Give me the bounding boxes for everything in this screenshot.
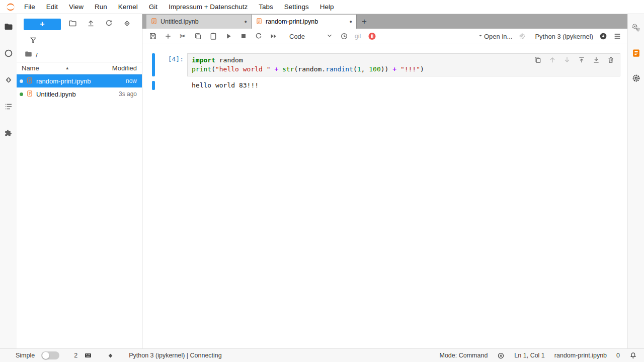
git-sidebar-icon[interactable] [4,75,14,85]
refresh-icon[interactable] [105,19,113,29]
jupyter-logo-icon [5,2,16,13]
git-status-icon[interactable] [107,352,114,359]
menu-file[interactable]: File [19,0,41,14]
extension-manager-icon[interactable] [4,128,14,138]
restart-run-all-icon[interactable] [269,32,278,41]
file-list-header: Name ▲ Modified [17,62,142,74]
unsaved-changes-icon[interactable]: ● [245,19,247,24]
move-cell-up-icon[interactable] [548,56,556,64]
paste-cells-icon[interactable] [209,32,217,41]
run-cell-icon[interactable] [224,32,232,41]
tab-random-print-notebook[interactable]: random-print.ipynb ● [252,15,357,29]
column-name-header[interactable]: Name [22,64,39,72]
insert-cell-above-icon[interactable] [578,56,586,64]
main-dock-panel: Untitled.ipynb ● random-print.ipynb ● + [142,14,627,348]
sort-ascending-icon[interactable]: ▲ [65,66,69,70]
breadcrumb-root[interactable]: / [36,51,38,59]
property-inspector-icon[interactable] [631,23,641,33]
unsaved-changes-icon[interactable]: ● [350,19,352,24]
menu-settings[interactable]: Settings [279,0,314,14]
git-status-label: git [355,33,361,40]
notebook-content: [4]: import random print("hello world " … [142,44,627,348]
restart-kernel-icon[interactable] [254,32,263,41]
move-cell-down-icon[interactable] [563,56,571,64]
menu-run[interactable]: Run [89,0,113,14]
open-in-label: Open in... [484,33,512,40]
insert-cell-below-icon[interactable] [592,56,600,64]
notebook-file-icon [26,77,33,85]
terminal-count[interactable]: 2 [74,352,77,359]
kernel-name-button[interactable]: Python 3 (ipykernel) [535,33,593,40]
menu-view[interactable]: View [63,0,89,14]
notebook-file-icon [26,90,33,99]
copy-cells-icon[interactable] [194,32,202,41]
menu-tabs[interactable]: Tabs [253,0,279,14]
file-row[interactable]: Untitled.ipynb 3s ago [17,87,142,101]
left-activity-bar [0,14,17,348]
kernel-activity-icon[interactable] [497,352,505,359]
file-browser-icon[interactable] [4,22,14,32]
table-of-contents-icon[interactable] [4,102,14,112]
column-modified-header[interactable]: Modified [101,64,137,72]
file-browser-panel: + [17,14,142,348]
duplicate-cell-icon[interactable] [534,56,542,64]
kernel-status-text[interactable]: Python 3 (ipykernel) | Connecting [129,352,222,359]
cursor-position[interactable]: Ln 1, Col 1 [514,352,544,359]
file-browser-toolbar: + [17,14,142,34]
kernel-status-icon[interactable] [599,32,607,41]
running-sessions-icon[interactable] [4,48,14,58]
tab-label: random-print.ipynb [266,18,347,25]
upload-icon[interactable] [87,19,95,29]
status-bar: Simple 2 Python 3 (ipykernel) | Connecti… [0,348,644,362]
cell-output-area: hello world 83!!! [152,81,620,90]
settings-gear-icon[interactable] [518,32,526,41]
active-file-name: random-print.ipynb [554,352,607,359]
new-tab-button[interactable]: + [357,15,372,29]
breadcrumb: / [17,48,142,62]
menu-edit[interactable]: Edit [41,0,63,14]
notebook-tools-icon[interactable] [631,48,641,58]
file-browser-actions [64,19,136,29]
notification-count[interactable]: 0 [616,352,620,359]
toggle-knob [42,352,49,359]
insert-cell-icon[interactable] [164,32,172,41]
notebook-tab-icon [256,18,263,26]
new-launcher-button[interactable]: + [24,19,61,30]
new-folder-icon[interactable] [68,19,77,29]
jupyterlab-app: File Edit View Run Kernel Git Impressum … [0,0,644,362]
filter-icon[interactable] [29,36,37,46]
cell-type-dropdown[interactable]: Code [289,32,333,41]
open-in-dropdown[interactable]: Open in... [477,33,512,40]
history-icon[interactable] [340,32,348,41]
delete-cell-icon[interactable] [607,56,615,64]
home-folder-icon[interactable] [25,50,32,59]
cut-cells-icon[interactable]: ✂ [179,32,187,41]
status-bar-right: Mode: Command Ln 1, Col 1 random-print.i… [439,352,637,359]
gear-icon[interactable] [631,73,641,83]
terminal-icon[interactable] [84,351,92,359]
tab-untitled-notebook[interactable]: Untitled.ipynb ● [146,15,252,29]
right-activity-bar [627,14,644,348]
bell-icon[interactable] [629,352,637,359]
code-cell[interactable]: [4]: import random print("hello world " … [152,53,620,76]
command-mode-indicator[interactable]: Mode: Command [439,352,488,359]
caret-down-icon [477,33,484,40]
toolbar-overflow-icon[interactable] [613,32,621,41]
simple-mode-toggle[interactable] [41,351,59,359]
menu-help[interactable]: Help [314,0,340,14]
git-clone-icon[interactable] [123,19,131,29]
menu-kernel[interactable]: Kernel [113,0,143,14]
cell-output-text: hello world 83!!! [187,81,259,90]
menu-impressum[interactable]: Impressum + Datenschutz [163,0,253,14]
cell-editor[interactable]: import random print("hello world " + str… [187,53,620,76]
hub-control-icon[interactable] [368,32,376,41]
file-filter-row [17,34,142,48]
save-icon[interactable] [148,32,157,41]
file-modified: now [126,77,137,84]
menu-git[interactable]: Git [143,0,163,14]
cell-type-value: Code [289,33,305,40]
file-name: random-print.ipynb [36,77,123,85]
file-row[interactable]: random-print.ipynb now [17,74,142,87]
cell-hover-toolbar [534,56,615,64]
interrupt-kernel-icon[interactable] [239,32,248,41]
